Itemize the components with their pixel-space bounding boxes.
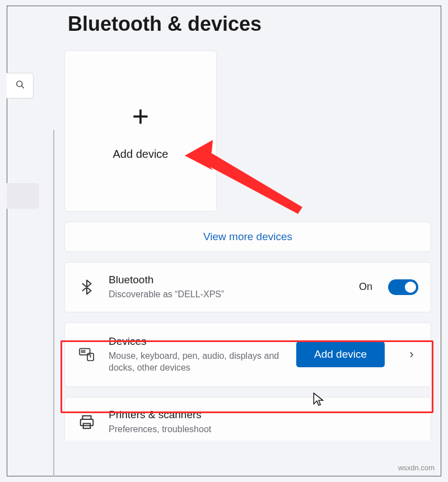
bluetooth-state-label: On (359, 281, 372, 293)
svg-point-5 (85, 350, 85, 351)
add-device-tile[interactable]: + Add device (64, 50, 217, 212)
bluetooth-subtitle: Discoverable as “DELL-XPS” (109, 288, 282, 301)
devices-icon (77, 346, 96, 363)
view-more-label: View more devices (203, 231, 292, 243)
view-more-devices-link[interactable]: View more devices (64, 222, 431, 252)
bluetooth-title: Bluetooth (109, 274, 347, 286)
svg-rect-12 (81, 419, 94, 425)
search-icon (15, 79, 26, 93)
sidebar-selected-item[interactable] (7, 183, 39, 209)
svg-point-7 (83, 352, 83, 353)
printers-row[interactable]: Printers & scanners Preferences, trouble… (64, 397, 431, 441)
add-device-button[interactable]: Add device (296, 341, 385, 367)
printer-icon (77, 414, 96, 430)
watermark: wsxdn.com (398, 464, 435, 472)
devices-subtitle: Mouse, keyboard, pen, audio, displays an… (109, 350, 282, 374)
bluetooth-toggle[interactable] (388, 279, 418, 295)
add-device-button-label: Add device (314, 348, 367, 360)
chevron-right-icon[interactable]: › (405, 347, 418, 362)
search-input[interactable] (7, 73, 34, 99)
svg-point-4 (83, 350, 83, 351)
bluetooth-row: Bluetooth Discoverable as “DELL-XPS” On (64, 262, 431, 312)
sidebar-divider (53, 130, 54, 476)
bluetooth-icon (77, 279, 96, 296)
page-title: Bluetooth & devices (68, 12, 431, 36)
svg-point-8 (85, 352, 85, 353)
svg-point-0 (16, 81, 22, 86)
svg-line-1 (21, 86, 24, 88)
printers-title: Printers & scanners (109, 409, 418, 421)
svg-point-6 (81, 352, 82, 353)
svg-point-3 (81, 350, 82, 351)
add-device-tile-label: Add device (113, 148, 169, 161)
printers-subtitle: Preferences, troubleshoot (109, 423, 282, 436)
devices-title: Devices (109, 335, 284, 348)
plus-icon: + (132, 102, 149, 131)
devices-row[interactable]: Devices Mouse, keyboard, pen, audio, dis… (64, 322, 431, 387)
